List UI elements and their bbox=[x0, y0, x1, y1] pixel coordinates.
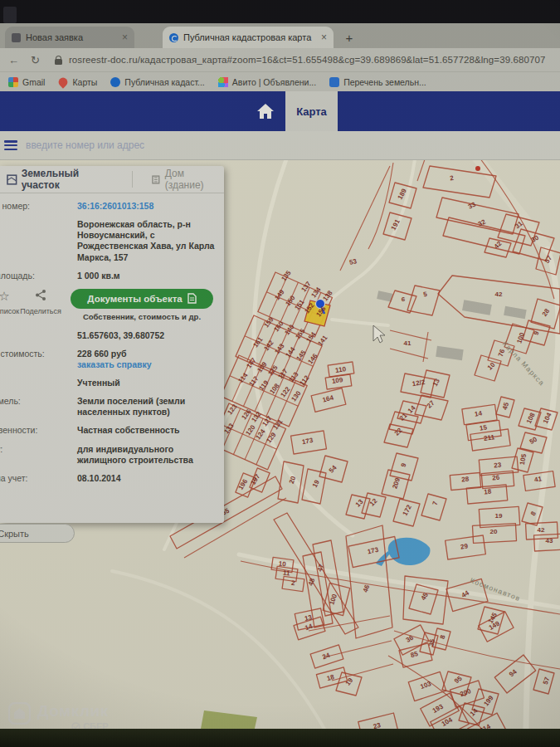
bookmark-pkk[interactable]: Публичная кадаст... bbox=[110, 77, 204, 87]
parcel-number[interactable]: 41 bbox=[404, 339, 411, 347]
domclick-watermark: Домклик СБЕР bbox=[8, 702, 109, 731]
tab-building[interactable]: Дом (здание) bbox=[151, 168, 224, 191]
home-icon bbox=[256, 103, 275, 120]
browser-tab-bar: Новая заявка × Публичная кадастровая кар… bbox=[0, 23, 560, 48]
tab-land-parcel[interactable]: Земельный участок bbox=[7, 168, 117, 191]
field-permitted-use: по документу: для индивидуального жилищн… bbox=[0, 444, 224, 466]
reload-icon[interactable]: ↻ bbox=[31, 54, 40, 66]
map-search-bar bbox=[0, 131, 560, 160]
tab-map[interactable]: Карта bbox=[285, 91, 338, 131]
docs-column: Документы объекта Собственник, стоимость… bbox=[71, 289, 213, 322]
share-icon bbox=[35, 289, 46, 305]
watermark-brand: Домклик bbox=[37, 702, 109, 720]
share-button[interactable]: Поделиться bbox=[22, 289, 59, 316]
parcel-number[interactable]: 19 bbox=[495, 512, 503, 520]
tab-close-icon[interactable]: × bbox=[321, 32, 327, 43]
back-icon[interactable]: ← bbox=[8, 54, 19, 66]
field-area: Уточненная площадь: 1 000 кв.м bbox=[0, 271, 224, 281]
parcel-number[interactable]: 109 bbox=[331, 376, 343, 385]
field-land-category: Категория земель: Земли поселений (земли… bbox=[0, 396, 224, 417]
tab-divider bbox=[132, 171, 133, 188]
hide-panel-button[interactable]: Скрыть bbox=[0, 524, 75, 543]
field-status: Статус: Учтенный bbox=[0, 378, 224, 388]
panel-actions: ☆ В список Поделиться Документы объекта bbox=[0, 289, 224, 322]
land-parcel-icon bbox=[7, 174, 17, 185]
tab-close-icon[interactable]: × bbox=[122, 32, 128, 43]
parcel-number[interactable]: 211 bbox=[484, 433, 496, 442]
site-header: Карта bbox=[0, 91, 560, 131]
gmail-icon bbox=[8, 77, 18, 87]
parcel-number[interactable]: 42 bbox=[495, 290, 503, 298]
parcel-number[interactable]: 110 bbox=[335, 365, 348, 374]
tab-favicon bbox=[12, 33, 21, 42]
pkk-favicon-icon bbox=[169, 33, 178, 42]
window-fragment bbox=[3, 7, 17, 23]
bookmark-avito[interactable]: Авито | Объявлени... bbox=[218, 77, 316, 87]
domclick-logo-icon bbox=[8, 702, 31, 725]
parcel-number[interactable]: 10 bbox=[278, 560, 286, 569]
search-input[interactable] bbox=[24, 139, 276, 152]
bookmark-maps[interactable]: Карты bbox=[58, 77, 97, 87]
photo-top-dark-strip bbox=[0, 0, 560, 23]
browser-tab-inactive[interactable]: Новая заявка × bbox=[5, 27, 134, 48]
menu-icon[interactable] bbox=[4, 140, 17, 150]
field-ownership: Форма собственности: Частная собственнос… bbox=[0, 425, 224, 436]
object-documents-button[interactable]: Документы объекта bbox=[71, 289, 213, 309]
building-icon bbox=[151, 174, 161, 184]
parcel-number[interactable]: 18 bbox=[484, 488, 492, 496]
lock-icon[interactable] bbox=[55, 56, 62, 65]
tab-title: Новая заявка bbox=[26, 32, 117, 42]
panel-tabs: Земельный участок Дом (здание) bbox=[0, 166, 224, 193]
cadastral-number-link[interactable]: 36:16:2601013:158 bbox=[77, 201, 215, 212]
parcel-number[interactable]: 43 bbox=[546, 537, 553, 544]
field-coordinates: Координаты: 51.657603, 39.680752 bbox=[0, 330, 224, 341]
parcel-number[interactable]: 26 bbox=[492, 474, 500, 482]
star-icon: ☆ bbox=[0, 289, 10, 305]
avito-icon bbox=[218, 77, 228, 87]
field-cadastral-number: Кадастровый номер: 36:16:2601013:158 bbox=[0, 201, 224, 212]
parcel-number[interactable]: 11 bbox=[283, 569, 291, 578]
order-certificate-link[interactable]: заказать справку bbox=[77, 359, 215, 370]
browser-address-bar: ← ↻ rosreestr-doc.ru/кадастровая_карта#z… bbox=[0, 48, 560, 71]
bookmark-gmail[interactable]: Gmail bbox=[8, 77, 45, 87]
parcel-info-panel: Земельный участок Дом (здание) Кадастров… bbox=[0, 166, 224, 523]
field-registration-date: Постановка на учет: 08.10.2014 bbox=[0, 473, 224, 484]
parcel-number[interactable]: 28 bbox=[461, 476, 470, 484]
tab-title: Публичная кадастровая карта bbox=[183, 32, 316, 42]
map-pin-icon bbox=[57, 76, 70, 88]
docs-note: Собственник, стоимость и др. bbox=[83, 312, 201, 322]
pkk-icon bbox=[110, 77, 120, 87]
bookmarks-bar: Gmail Карты Публичная кадаст... Авито | … bbox=[0, 71, 560, 91]
add-to-list-button[interactable]: ☆ В список bbox=[0, 289, 22, 316]
photo-bottom-dark-strip bbox=[0, 729, 560, 747]
field-cadastral-value: Кадастровая стоимость: 228 660 руб заказ… bbox=[0, 349, 224, 370]
field-address: Адрес: Воронежская область, р-н Новоусма… bbox=[0, 219, 224, 263]
home-button[interactable] bbox=[251, 91, 280, 131]
bookmark-perechen[interactable]: Перечень земельн... bbox=[329, 77, 426, 87]
parcel-number[interactable]: 6 bbox=[402, 295, 406, 303]
parcel-number[interactable]: 42 bbox=[538, 526, 545, 534]
parcel-number[interactable]: 23 bbox=[494, 461, 502, 470]
red-marker bbox=[475, 166, 480, 171]
browser-tab-active[interactable]: Публичная кадастровая карта × bbox=[163, 27, 334, 48]
parcel-number[interactable]: 20 bbox=[490, 528, 498, 535]
document-icon bbox=[187, 293, 197, 304]
vk-icon bbox=[329, 77, 339, 87]
panel-body: Кадастровый номер: 36:16:2601013:158 Адр… bbox=[0, 193, 224, 484]
url-text[interactable]: rosreestr-doc.ru/кадастровая_карта#zoom=… bbox=[69, 55, 546, 65]
new-tab-button[interactable]: + bbox=[340, 28, 358, 46]
